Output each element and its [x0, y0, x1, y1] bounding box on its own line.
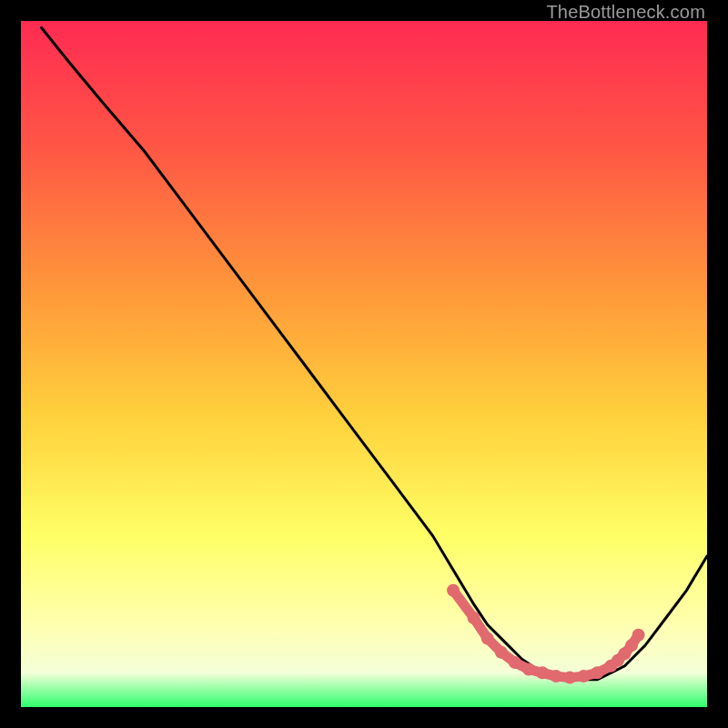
highlight-dot	[468, 612, 480, 624]
bottleneck-chart	[21, 21, 707, 707]
watermark-label: TheBottleneck.com	[546, 2, 705, 23]
highlight-dot	[591, 666, 603, 679]
highlight-dot	[536, 666, 549, 679]
chart-frame	[21, 21, 707, 707]
highlight-dot	[447, 584, 460, 597]
highlight-dot	[563, 672, 576, 684]
highlight-dot	[632, 629, 645, 642]
highlight-dot	[481, 632, 494, 645]
highlight-dot	[509, 656, 521, 669]
highlight-dot	[522, 663, 535, 676]
highlight-dot	[550, 670, 562, 682]
highlight-dot	[495, 646, 508, 659]
gradient-background	[21, 21, 707, 707]
highlight-dot	[577, 670, 590, 682]
